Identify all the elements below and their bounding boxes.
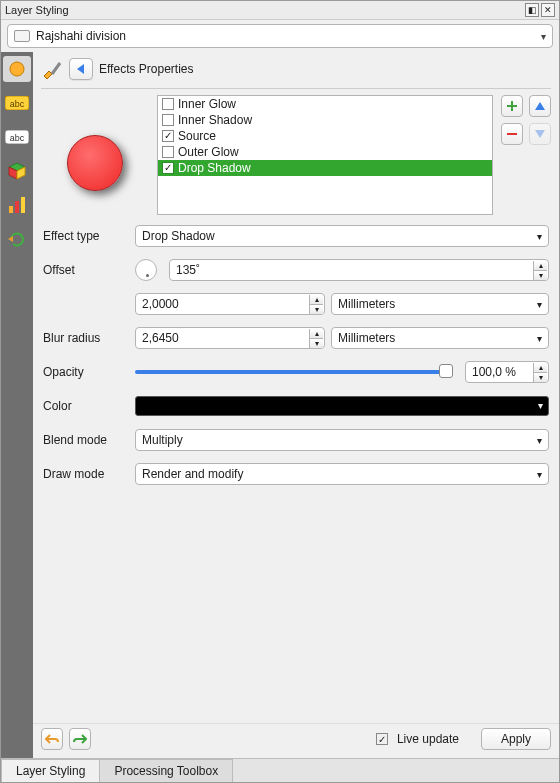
chevron-down-icon: ▾ xyxy=(541,31,546,42)
3d-view-tab[interactable] xyxy=(3,158,31,184)
redo-button[interactable] xyxy=(69,728,91,750)
spin-down[interactable]: ▾ xyxy=(533,271,547,280)
chevron-down-icon: ▾ xyxy=(537,231,542,242)
labels-abc-white-icon: abc xyxy=(5,130,29,144)
blend-mode-select[interactable]: Multiply ▾ xyxy=(135,429,549,451)
color-label: Color xyxy=(43,399,129,413)
labels-abc-yellow-icon: abc xyxy=(5,96,29,110)
history-tab[interactable] xyxy=(3,226,31,252)
separator xyxy=(41,88,551,89)
svg-marker-13 xyxy=(77,64,84,74)
svg-text:abc: abc xyxy=(10,133,25,143)
bottom-tabs: Layer StylingProcessing Toolbox xyxy=(1,758,559,782)
chevron-down-icon: ▾ xyxy=(537,299,542,310)
effect-label: Source xyxy=(178,129,216,143)
live-update-checkbox[interactable]: ✓ xyxy=(376,733,388,745)
blur-label: Blur radius xyxy=(43,331,129,345)
spin-down[interactable]: ▾ xyxy=(309,305,323,314)
diagrams-tab[interactable] xyxy=(3,192,31,218)
3d-cube-icon xyxy=(8,162,26,180)
add-effect-button[interactable] xyxy=(501,95,523,117)
blur-value: 2,6450 xyxy=(142,331,179,345)
effect-label: Outer Glow xyxy=(178,145,239,159)
move-up-button[interactable] xyxy=(529,95,551,117)
layer-selector[interactable]: Rajshahi division ▾ xyxy=(7,24,553,48)
labels-tab[interactable]: abc xyxy=(3,90,31,116)
angle-spin[interactable]: 135˚ ▴▾ xyxy=(169,259,549,281)
offset-label: Offset xyxy=(43,263,129,277)
svg-text:abc: abc xyxy=(10,99,25,109)
blur-unit-select[interactable]: Millimeters ▾ xyxy=(331,327,549,349)
angle-value: 135˚ xyxy=(176,263,200,277)
remove-effect-button[interactable] xyxy=(501,123,523,145)
bottom-tab[interactable]: Layer Styling xyxy=(1,759,100,782)
effect-type-label: Effect type xyxy=(43,229,129,243)
blur-spin[interactable]: 2,6450 ▴▾ xyxy=(135,327,325,349)
undo-button[interactable] xyxy=(41,728,63,750)
effect-label: Inner Glow xyxy=(178,97,236,111)
opacity-slider[interactable] xyxy=(135,361,459,383)
bottom-tab[interactable]: Processing Toolbox xyxy=(99,759,233,782)
draw-mode-label: Draw mode xyxy=(43,467,129,481)
panel-titlebar: Layer Styling ◧ ✕ xyxy=(1,1,559,20)
chevron-down-icon: ▾ xyxy=(537,333,542,344)
svg-marker-14 xyxy=(535,102,545,110)
effect-row[interactable]: Inner Shadow xyxy=(158,112,492,128)
redo-icon xyxy=(73,733,87,745)
spin-up[interactable]: ▴ xyxy=(309,295,323,305)
spin-up[interactable]: ▴ xyxy=(309,329,323,339)
chevron-down-icon: ▾ xyxy=(537,435,542,446)
preview-circle xyxy=(67,135,123,191)
opacity-label: Opacity xyxy=(43,365,129,379)
effect-checkbox[interactable] xyxy=(162,98,174,110)
brush-icon xyxy=(41,58,63,80)
effect-row[interactable]: Inner Glow xyxy=(158,96,492,112)
svg-point-0 xyxy=(10,62,24,76)
opacity-spin[interactable]: 100,0 % ▴▾ xyxy=(465,361,549,383)
spin-down[interactable]: ▾ xyxy=(533,373,547,382)
effect-row[interactable]: ✓Drop Shadow xyxy=(158,160,492,176)
svg-rect-10 xyxy=(21,197,25,213)
angle-dial[interactable] xyxy=(135,259,157,281)
effect-label: Drop Shadow xyxy=(178,161,251,175)
single-symbol-icon xyxy=(7,59,27,79)
offset-unit-select[interactable]: Millimeters ▾ xyxy=(331,293,549,315)
offset-unit-value: Millimeters xyxy=(338,297,395,311)
live-update-label: Live update xyxy=(397,732,459,746)
spin-down[interactable]: ▾ xyxy=(309,339,323,348)
draw-mode-value: Render and modify xyxy=(142,467,243,481)
refresh-history-icon xyxy=(8,230,26,248)
layer-name: Rajshahi division xyxy=(36,29,126,43)
chevron-down-icon: ▾ xyxy=(537,469,542,480)
move-down-button[interactable] xyxy=(529,123,551,145)
apply-label: Apply xyxy=(501,732,531,746)
draw-mode-select[interactable]: Render and modify ▾ xyxy=(135,463,549,485)
effect-row[interactable]: Outer Glow xyxy=(158,144,492,160)
svg-rect-8 xyxy=(9,206,13,213)
blend-mode-value: Multiply xyxy=(142,433,183,447)
close-button[interactable]: ✕ xyxy=(541,3,555,17)
offset-distance-spin[interactable]: 2,0000 ▴▾ xyxy=(135,293,325,315)
symbology-tab[interactable] xyxy=(3,56,31,82)
spin-up[interactable]: ▴ xyxy=(533,363,547,373)
detach-button[interactable]: ◧ xyxy=(525,3,539,17)
effects-list[interactable]: Inner GlowInner Shadow✓SourceOuter Glow✓… xyxy=(157,95,493,215)
triangle-left-icon xyxy=(76,64,86,74)
plus-icon xyxy=(506,100,518,112)
apply-button[interactable]: Apply xyxy=(481,728,551,750)
svg-marker-15 xyxy=(535,130,545,138)
effect-checkbox[interactable] xyxy=(162,146,174,158)
spin-up[interactable]: ▴ xyxy=(533,261,547,271)
triangle-up-icon xyxy=(534,101,546,111)
diagram-icon xyxy=(8,196,26,214)
effect-checkbox[interactable]: ✓ xyxy=(162,130,174,142)
effect-checkbox[interactable]: ✓ xyxy=(162,162,174,174)
opacity-value: 100,0 % xyxy=(472,365,516,379)
back-button[interactable] xyxy=(69,58,93,80)
effect-type-select[interactable]: Drop Shadow ▾ xyxy=(135,225,549,247)
masks-tab[interactable]: abc xyxy=(3,124,31,150)
svg-rect-9 xyxy=(15,201,19,213)
effect-row[interactable]: ✓Source xyxy=(158,128,492,144)
effect-checkbox[interactable] xyxy=(162,114,174,126)
color-picker[interactable]: ▾ xyxy=(135,396,549,416)
